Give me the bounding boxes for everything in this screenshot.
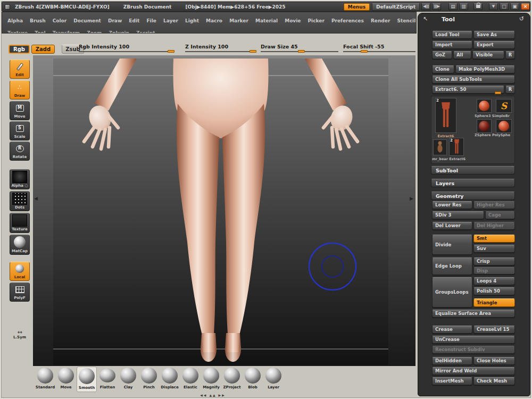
edit-mode-button[interactable]: Edit: [10, 60, 30, 79]
menu-item-light[interactable]: Light: [185, 18, 199, 23]
draw-size-track[interactable]: [261, 51, 338, 52]
groupsloops-button[interactable]: GroupsLoops: [432, 277, 472, 307]
suv-toggle[interactable]: Suv: [473, 245, 515, 253]
slider-handle[interactable]: [168, 50, 174, 53]
maximize-icon[interactable]: ▣: [510, 3, 519, 10]
texture-picker[interactable]: Texture: [10, 213, 30, 233]
del-higher-button[interactable]: Del Higher: [473, 222, 515, 230]
menu-item-edit[interactable]: Edit: [129, 18, 139, 23]
clone-button[interactable]: Clone: [432, 65, 454, 73]
menu-item-alpha[interactable]: Alpha: [7, 18, 23, 23]
menu-item-zoom[interactable]: Zoom: [87, 30, 102, 34]
brush-clay[interactable]: Clay: [118, 367, 138, 392]
brush-flatten[interactable]: Flatten: [97, 367, 118, 392]
menu-item-picker[interactable]: Picker: [308, 18, 325, 23]
sdiv-slider[interactable]: SDiv 3: [432, 211, 484, 219]
default-zscript-button[interactable]: DefaultZScript: [372, 3, 420, 11]
smt-toggle[interactable]: Smt: [473, 235, 515, 243]
reconstruct-subdiv-button[interactable]: Reconstruct Subdiv: [432, 346, 515, 354]
layers-section-header[interactable]: Layers: [431, 179, 515, 187]
brush-move[interactable]: Move: [56, 367, 76, 392]
recent-tool-sphere3[interactable]: [477, 99, 492, 113]
polish-slider[interactable]: Polish 50: [473, 287, 515, 295]
mirror-and-weld-button[interactable]: Mirror And Weld: [432, 367, 515, 375]
slider-handle[interactable]: [298, 50, 305, 53]
menu-item-texture[interactable]: Texture: [7, 30, 28, 34]
edge-loop-button[interactable]: Edge Loop: [432, 257, 472, 275]
higher-res-button[interactable]: Higher Res: [473, 201, 515, 209]
local-symmetry-button[interactable]: Local: [10, 262, 30, 281]
shrink-ui-icon[interactable]: ◀||||: [421, 3, 430, 10]
restore-icon[interactable]: □: [500, 3, 509, 10]
matcap-picker[interactable]: MatCap: [10, 235, 30, 255]
brush-smooth-selected[interactable]: Smooth: [77, 367, 97, 392]
equalize-surface-area-button[interactable]: Equalize Surface Area: [432, 310, 515, 318]
goz-visible-button[interactable]: Visible: [472, 51, 504, 59]
menu-item-render[interactable]: Render: [371, 18, 390, 23]
dock-arrow-icon[interactable]: ↖: [423, 15, 428, 22]
move-mode-button[interactable]: M Move: [10, 101, 30, 120]
left-tray-arrow[interactable]: ◀: [34, 196, 38, 201]
slider-handle[interactable]: [250, 50, 256, 53]
menu-item-brush[interactable]: Brush: [30, 18, 45, 23]
loops-slider[interactable]: Loops 4: [473, 277, 515, 285]
recent-tool-simplebrush[interactable]: S: [496, 99, 512, 113]
import-button[interactable]: Import: [432, 41, 472, 49]
brush-blob[interactable]: Blob: [243, 367, 263, 392]
focal-shift-track[interactable]: [343, 51, 415, 52]
brush-standard[interactable]: Standard: [35, 367, 55, 392]
rotate-mode-button[interactable]: R Rotate: [10, 142, 30, 161]
uncrease-button[interactable]: UnCrease: [432, 336, 515, 344]
active-tool-thumbnail[interactable]: 2: [435, 98, 456, 133]
subtool-section-header[interactable]: SubTool: [431, 166, 515, 174]
triangle-toggle[interactable]: Triangle: [473, 298, 515, 307]
menu-item-material[interactable]: Material: [255, 18, 278, 23]
menu-item-file[interactable]: File: [146, 18, 156, 23]
expand-ui-icon[interactable]: ||||▶: [432, 3, 441, 10]
lock-icon[interactable]: [473, 3, 483, 10]
menu-item-transform[interactable]: Transform: [53, 30, 80, 34]
brush-magnify[interactable]: Magnify: [201, 367, 221, 392]
clone-all-subtools-button[interactable]: Clone All SubTools: [432, 76, 515, 84]
close-icon[interactable]: ×: [521, 3, 530, 10]
goz-button[interactable]: GoZ: [432, 51, 452, 59]
geometry-section-header[interactable]: Geometry: [431, 192, 515, 200]
recent-tool-mrbear[interactable]: [433, 139, 447, 155]
menus-button[interactable]: Menus: [344, 3, 370, 11]
brush-elastic[interactable]: Elastic: [180, 367, 201, 392]
brush-pinch[interactable]: Pinch: [139, 367, 159, 392]
alpha-picker[interactable]: Alpha ○: [10, 169, 30, 189]
extract-r-button[interactable]: R: [505, 86, 515, 94]
export-button[interactable]: Export: [473, 41, 515, 49]
close-holes-button[interactable]: Close Holes: [473, 357, 515, 365]
right-tray-arrow[interactable]: ▶: [410, 196, 413, 201]
menu-item-document[interactable]: Document: [73, 18, 101, 23]
recent-tool-extract6[interactable]: 2: [449, 138, 464, 156]
z-intensity-slider[interactable]: Z Intensity 100: [185, 44, 255, 54]
creaselvl-slider[interactable]: CreaseLvl 15: [473, 326, 515, 334]
rgb-intensity-track[interactable]: [79, 51, 173, 52]
menu-item-tool[interactable]: Tool: [35, 30, 45, 34]
reset-icon[interactable]: ↺: [519, 15, 524, 22]
paste-config-icon[interactable]: ▥: [459, 3, 468, 10]
menu-item-zplugin[interactable]: Zplugin: [109, 30, 129, 34]
menu-item-zscript[interactable]: Zscript: [136, 30, 155, 34]
menu-item-stencil[interactable]: Stencil: [397, 18, 415, 23]
slider-handle[interactable]: [361, 50, 368, 53]
draw-mode-button[interactable]: ∴ Draw: [10, 80, 30, 99]
local-symmetry-toggle[interactable]: ↔ L.Sym: [10, 330, 30, 340]
cage-button[interactable]: Cage: [485, 211, 515, 219]
extract-slider[interactable]: Extract6. 50: [432, 86, 504, 94]
draw-size-slider[interactable]: Draw Size 45: [261, 44, 338, 54]
make-polymesh3d-button[interactable]: Make PolyMesh3D: [455, 65, 515, 73]
goz-all-button[interactable]: All: [453, 51, 471, 59]
stroke-picker[interactable]: Dots: [10, 191, 30, 211]
rgb-mode-button[interactable]: Rgb: [9, 45, 30, 54]
load-tool-button[interactable]: Load Tool: [432, 31, 472, 39]
lower-res-button[interactable]: Lower Res: [432, 201, 472, 209]
divide-button[interactable]: Divide: [432, 235, 472, 255]
brush-displace[interactable]: Displace: [160, 367, 180, 392]
menu-item-color[interactable]: Color: [53, 18, 67, 23]
focal-shift-slider[interactable]: Focal Shift -55: [343, 44, 415, 54]
menu-item-macro[interactable]: Macro: [206, 18, 222, 23]
